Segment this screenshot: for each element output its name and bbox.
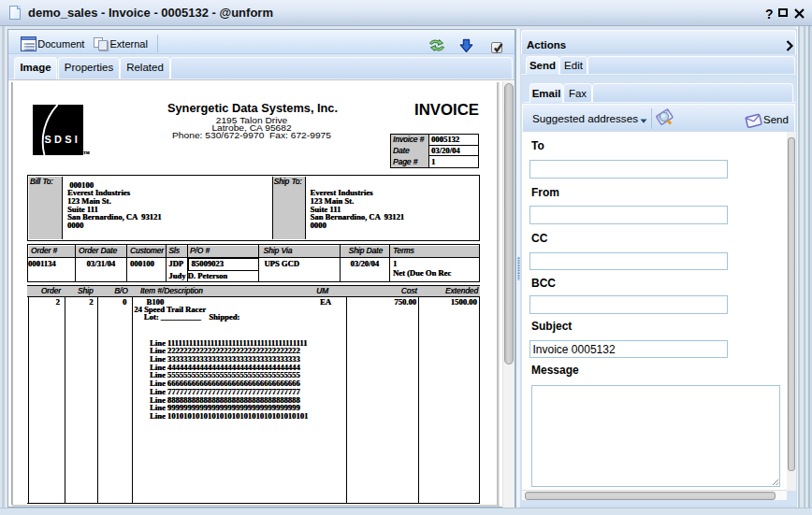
svg-text:SDSI: SDSI — [45, 134, 80, 145]
